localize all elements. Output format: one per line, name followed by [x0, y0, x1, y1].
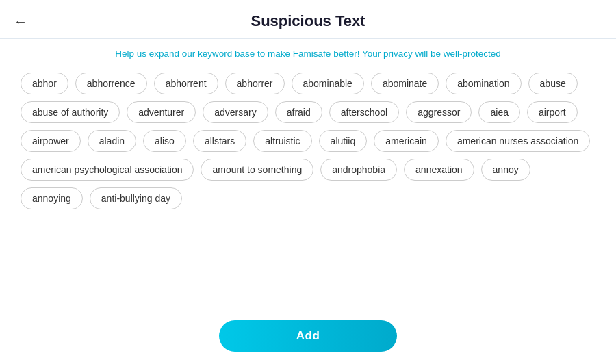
tag-item[interactable]: abuse of authority	[21, 101, 120, 123]
tag-item[interactable]: afterschool	[329, 101, 399, 123]
tag-item[interactable]: abhorrent	[154, 73, 218, 94]
add-button[interactable]: Add	[219, 320, 397, 352]
tag-item[interactable]: annoying	[21, 187, 83, 209]
tag-item[interactable]: allstars	[193, 130, 246, 152]
subtitle: Help us expand our keyword base to make …	[88, 39, 528, 66]
tag-item[interactable]: abhor	[21, 73, 68, 94]
back-button[interactable]: ←	[14, 14, 27, 29]
page-title: Suspicious Text	[251, 12, 365, 30]
tag-item[interactable]: aliso	[143, 130, 186, 152]
tag-item[interactable]: anti-bullying day	[90, 187, 182, 209]
tag-item[interactable]: abominate	[371, 73, 439, 94]
tag-item[interactable]: americain	[374, 130, 439, 152]
tag-item[interactable]: abhorrer	[225, 73, 285, 94]
tag-item[interactable]: abhorrence	[75, 73, 147, 94]
tag-item[interactable]: abominable	[292, 73, 364, 94]
tag-item[interactable]: annexation	[404, 159, 474, 181]
tag-item[interactable]: afraid	[275, 101, 322, 123]
tag-item[interactable]: abuse	[528, 73, 578, 94]
back-icon: ←	[14, 14, 27, 29]
tag-item[interactable]: aiea	[478, 101, 519, 123]
footer: Add	[0, 312, 616, 364]
tag-item[interactable]: airport	[527, 101, 578, 123]
header: ← Suspicious Text	[0, 0, 616, 39]
tag-item[interactable]: annoy	[481, 159, 530, 181]
tag-item[interactable]: aggressor	[406, 101, 472, 123]
tag-item[interactable]: adventurer	[127, 101, 196, 123]
page: ← Suspicious Text Help us expand our key…	[0, 0, 616, 364]
tag-item[interactable]: androphobia	[320, 159, 397, 181]
tag-item[interactable]: airpower	[21, 130, 81, 152]
tag-item[interactable]: adversary	[203, 101, 268, 123]
tag-item[interactable]: american nurses association	[446, 130, 590, 152]
tag-item[interactable]: abomination	[446, 73, 521, 94]
tag-item[interactable]: american psychological association	[21, 159, 194, 181]
tags-container: abhorabhorrenceabhorrentabhorrerabominab…	[0, 66, 616, 312]
tag-item[interactable]: amount to something	[201, 159, 313, 181]
tag-item[interactable]: aladin	[88, 130, 136, 152]
tag-item[interactable]: alutiiq	[319, 130, 368, 152]
tag-item[interactable]: altruistic	[253, 130, 311, 152]
